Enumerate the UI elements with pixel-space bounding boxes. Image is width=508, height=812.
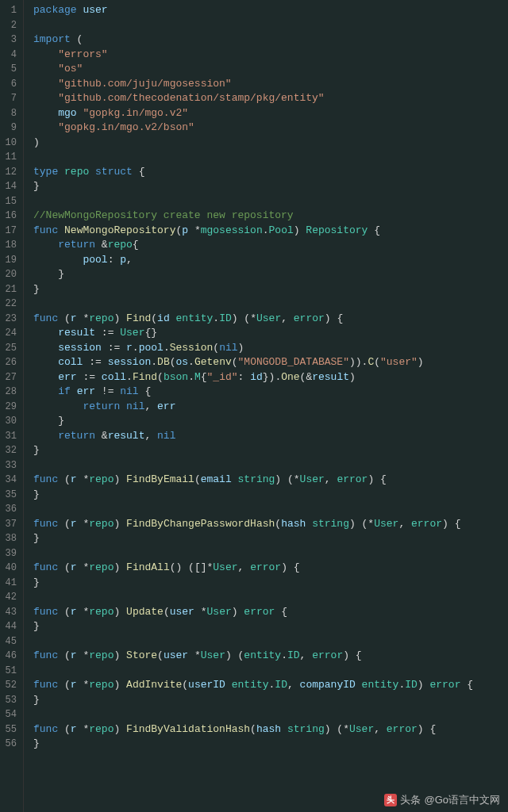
line-number: 3 [3, 33, 17, 48]
code-line[interactable]: } [33, 282, 508, 297]
code-line[interactable]: mgo "gopkg.in/mgo.v2" [33, 106, 508, 121]
token-str: "gopkg.in/mgo.v2/bson" [58, 121, 194, 133]
token-op: ( [182, 679, 188, 691]
token-kw: func [33, 312, 58, 324]
code-line[interactable]: result := User{} [33, 326, 508, 341]
code-line[interactable]: } [33, 443, 508, 458]
code-line[interactable]: func (r *repo) FindByValidationHash(hash… [33, 722, 508, 737]
code-line[interactable]: } [33, 414, 508, 429]
code-line[interactable] [33, 194, 508, 209]
token-const: nil [126, 400, 144, 412]
code-area[interactable]: package userimport ( "errors" "os" "gith… [24, 0, 508, 812]
token-type: mgosession [201, 224, 263, 236]
code-line[interactable] [33, 18, 508, 33]
code-line[interactable]: "github.com/juju/mgosession" [33, 77, 508, 92]
code-line[interactable]: func (r *repo) Find(id entity.ID) (*User… [33, 312, 508, 327]
token-ident: r [71, 723, 77, 735]
token-ident: hash [256, 723, 281, 735]
code-line[interactable]: func (r *repo) FindByEmail(email string)… [33, 473, 508, 488]
line-number: 15 [3, 194, 17, 209]
token-op: {} [144, 327, 157, 339]
token-op: { [139, 385, 152, 397]
code-line[interactable]: } [33, 619, 508, 634]
code-line[interactable]: func (r *repo) AddInvite(userID entity.I… [33, 678, 508, 693]
token-op: * [188, 649, 201, 661]
line-number: 46 [3, 649, 17, 664]
code-line[interactable]: package user [33, 3, 508, 18]
token-op: * [77, 312, 90, 324]
code-line[interactable]: } [33, 179, 508, 194]
code-line[interactable] [33, 502, 508, 517]
token-ident: err [157, 400, 175, 412]
code-line[interactable]: func NewMongoRepository(p *mgosession.Po… [33, 224, 508, 239]
code-line[interactable]: "github.com/thecodenation/stamp/pkg/enti… [33, 91, 508, 106]
code-line[interactable]: } [33, 531, 508, 546]
token-kw: func [33, 473, 58, 485]
code-line[interactable]: "gopkg.in/mgo.v2/bson" [33, 121, 508, 136]
token-kw: return [83, 400, 120, 412]
code-line[interactable] [33, 546, 508, 561]
token-fn: FindByChangePasswordHash [126, 518, 275, 530]
code-editor[interactable]: 1234567891011121415161718192021222324252… [0, 0, 508, 812]
token-op: * [77, 561, 90, 573]
code-line[interactable]: coll := session.DB(os.Getenv("MONGODB_DA… [33, 355, 508, 370]
token-op [33, 430, 58, 442]
code-line[interactable]: } [33, 737, 508, 752]
code-line[interactable]: ) [33, 136, 508, 151]
code-line[interactable]: } [33, 488, 508, 503]
line-number: 6 [3, 77, 17, 92]
code-line[interactable] [33, 458, 508, 473]
token-ident: id [157, 312, 170, 324]
code-line[interactable]: "os" [33, 62, 508, 77]
line-number: 10 [3, 136, 17, 151]
code-line[interactable]: //NewMongoRepository create new reposito… [33, 209, 508, 224]
token-type: User [374, 518, 398, 530]
token-kw: package [33, 4, 77, 16]
line-number: 30 [3, 414, 17, 429]
line-number: 45 [3, 634, 17, 649]
code-line[interactable]: func (r *repo) Update(user *User) error … [33, 605, 508, 620]
token-op: } [33, 620, 40, 632]
code-line[interactable] [33, 150, 508, 165]
code-line[interactable]: import ( [33, 33, 508, 48]
token-const: nil [157, 430, 175, 442]
code-line[interactable]: return &result, nil [33, 429, 508, 444]
code-line[interactable]: } [33, 267, 508, 282]
code-line[interactable]: pool: p, [33, 253, 508, 268]
token-op [225, 679, 232, 691]
code-line[interactable]: return nil, err [33, 400, 508, 415]
token-op: ( [58, 473, 71, 485]
token-op [33, 327, 58, 339]
line-number-gutter: 1234567891011121415161718192021222324252… [0, 0, 24, 812]
code-line[interactable] [33, 297, 508, 312]
code-line[interactable]: if err != nil { [33, 385, 508, 400]
token-op: ( [151, 312, 157, 324]
token-op: } [33, 283, 40, 295]
code-line[interactable]: session := r.pool.Session(nil) [33, 341, 508, 356]
code-line[interactable]: func (r *repo) FindAll() ([]*User, error… [33, 561, 508, 576]
line-number: 53 [3, 693, 17, 708]
token-op [58, 224, 64, 236]
token-ident: user [83, 4, 107, 16]
token-op: . [263, 224, 269, 236]
code-line[interactable]: } [33, 693, 508, 708]
token-op: ( [58, 312, 71, 324]
code-line[interactable]: } [33, 576, 508, 591]
code-line[interactable]: return &repo{ [33, 238, 508, 253]
code-line[interactable]: "errors" [33, 48, 508, 63]
token-op [33, 239, 58, 251]
code-line[interactable]: err := coll.Find(bson.M{"_id": id}).One(… [33, 370, 508, 385]
code-line[interactable] [33, 634, 508, 649]
token-type: User [207, 606, 232, 618]
line-number: 8 [3, 106, 17, 121]
line-number: 7 [3, 91, 17, 106]
code-line[interactable]: func (r *repo) Store(user *User) (entity… [33, 649, 508, 664]
token-fn: DB [157, 356, 170, 368]
code-line[interactable]: func (r *repo) FindByChangePasswordHash(… [33, 517, 508, 532]
token-str: "MONGODB_DATABASE" [238, 356, 349, 368]
code-line[interactable] [33, 707, 508, 722]
code-line[interactable] [33, 590, 508, 605]
code-line[interactable] [33, 664, 508, 679]
code-line[interactable]: type repo struct { [33, 165, 508, 180]
token-type: bson [164, 371, 188, 383]
